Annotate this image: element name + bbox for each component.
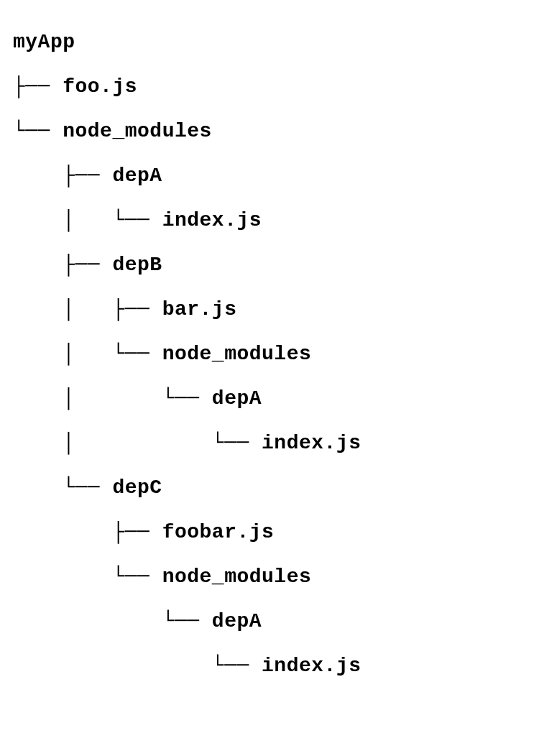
tree-line: └── node_modules xyxy=(13,555,526,599)
tree-line: │ └── depA xyxy=(13,377,526,421)
tree-line: │ └── index.js xyxy=(13,421,526,466)
tree-line: └── index.js xyxy=(13,644,526,688)
tree-line: ├── depB xyxy=(13,243,526,287)
tree-line: └── depA xyxy=(13,599,526,644)
tree-line: ├── foobar.js xyxy=(13,510,526,555)
tree-line: └── depC xyxy=(13,466,526,510)
tree-line: │ └── index.js xyxy=(13,198,526,243)
tree-line: │ ├── bar.js xyxy=(13,287,526,332)
tree-line: ├── foo.js xyxy=(13,65,526,109)
tree-line: │ └── node_modules xyxy=(13,332,526,377)
tree-line: └── node_modules xyxy=(13,109,526,154)
tree-line: ├── depA xyxy=(13,154,526,198)
directory-tree: myApp ├── foo.js └── node_modules ├── de… xyxy=(13,20,526,688)
tree-root: myApp xyxy=(13,20,526,65)
